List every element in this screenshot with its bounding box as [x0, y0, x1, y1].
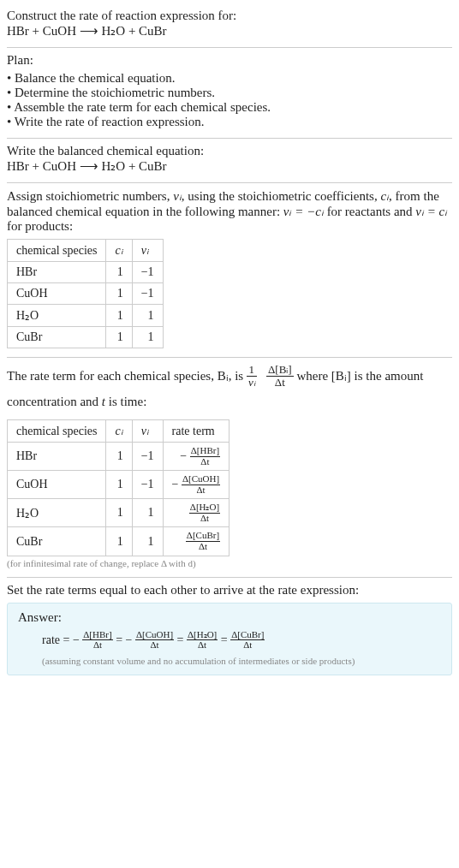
- sign: −: [126, 633, 135, 646]
- frac-bot: Δt: [82, 640, 112, 651]
- cell-nu: 1: [132, 527, 163, 556]
- answer-label: Answer:: [18, 610, 441, 625]
- col-rateterm: rate term: [163, 420, 230, 443]
- frac-bot: Δt: [187, 640, 218, 651]
- cell-ci: 1: [106, 527, 132, 556]
- cell-nu: 1: [132, 499, 163, 527]
- assign-section: Assign stoichiometric numbers, νᵢ, using…: [7, 183, 452, 357]
- col-nu: νᵢ: [132, 240, 163, 262]
- rate-frac: Δ[CuOH]Δt: [135, 630, 174, 651]
- cell-species: CuOH: [8, 471, 106, 499]
- cell-ci: 1: [106, 471, 132, 499]
- text: for products:: [7, 219, 73, 233]
- table-row: CuOH 1 −1 − Δ[CuOH]Δt: [8, 471, 230, 499]
- one-over-nu: 1 νᵢ: [247, 364, 257, 389]
- col-nu: νᵢ: [132, 420, 163, 443]
- frac-bot: Δt: [266, 377, 294, 389]
- equals: =: [116, 633, 125, 646]
- rateterm-note: (for infinitesimal rate of change, repla…: [7, 558, 452, 568]
- table-row: HBr 1 −1: [8, 262, 164, 283]
- equals: =: [221, 633, 230, 646]
- frac-top: 1: [247, 364, 257, 377]
- rate-frac: Δ[CuOH]Δt: [182, 474, 220, 495]
- col-species: chemical species: [8, 420, 106, 443]
- cell-species: HBr: [8, 262, 106, 283]
- cell-nu: −1: [132, 262, 163, 283]
- cell-rateterm: − Δ[CuOH]Δt: [163, 471, 230, 499]
- plan-list: Balance the chemical equation. Determine…: [7, 71, 452, 129]
- cell-ci: 1: [106, 443, 132, 471]
- cell-rateterm: Δ[H₂O]Δt: [163, 499, 230, 527]
- table-header-row: chemical species cᵢ νᵢ rate term: [8, 420, 230, 443]
- balanced-section: Write the balanced chemical equation: HB…: [7, 139, 452, 182]
- plan-section: Plan: Balance the chemical equation. Det…: [7, 48, 452, 138]
- balanced-heading: Write the balanced chemical equation:: [7, 144, 452, 158]
- rate-lhs: rate =: [42, 633, 73, 646]
- table-row: H₂O 1 1: [8, 305, 164, 327]
- cell-nu: −1: [132, 283, 163, 305]
- cell-species: CuBr: [8, 527, 106, 556]
- final-section: Set the rate terms equal to each other t…: [7, 578, 452, 684]
- frac-bot: Δt: [182, 485, 220, 496]
- text: , using the stoichiometric coefficients,: [182, 189, 381, 203]
- cell-species: H₂O: [8, 499, 106, 527]
- assign-text: Assign stoichiometric numbers, νᵢ, using…: [7, 188, 452, 234]
- rate-frac: Δ[CuBr]Δt: [230, 630, 265, 651]
- table-row: H₂O 1 1 Δ[H₂O]Δt: [8, 499, 230, 527]
- cell-species: CuOH: [8, 283, 106, 305]
- cell-ci: 1: [106, 327, 132, 348]
- cell-nu: 1: [132, 327, 163, 348]
- equals: =: [177, 633, 187, 646]
- cell-species: H₂O: [8, 305, 106, 327]
- text: for reactants and: [324, 205, 415, 218]
- text: Assign stoichiometric numbers,: [7, 189, 173, 203]
- cell-species: CuBr: [8, 327, 106, 348]
- plan-item: Balance the chemical equation.: [7, 71, 452, 86]
- answer-box: Answer: rate = − Δ[HBr]Δt = − Δ[CuOH]Δt …: [7, 603, 452, 675]
- delta-b-over-delta-t: Δ[Bᵢ] Δt: [266, 364, 294, 389]
- frac-bot: Δt: [190, 457, 220, 467]
- frac-bot: Δt: [189, 514, 220, 524]
- text: The rate term for each chemical species,…: [7, 369, 247, 383]
- answer-note: (assuming constant volume and no accumul…: [42, 656, 441, 666]
- nu-symbol: νᵢ: [173, 189, 182, 203]
- frac-top: Δ[HBr]: [190, 446, 220, 457]
- cell-rateterm: Δ[CuBr]Δt: [163, 527, 230, 556]
- rate-frac: Δ[HBr]Δt: [82, 630, 112, 651]
- frac-top: Δ[CuOH]: [182, 474, 220, 485]
- frac-bot: Δt: [186, 542, 220, 552]
- cell-ci: 1: [106, 283, 132, 305]
- rateterm-text: The rate term for each chemical species,…: [7, 363, 452, 414]
- intro-prompt: Construct the rate of reaction expressio…: [7, 9, 452, 23]
- sign: −: [73, 633, 82, 646]
- cell-ci: 1: [106, 305, 132, 327]
- ci-symbol: cᵢ: [380, 189, 389, 203]
- frac-bot: Δt: [135, 640, 174, 651]
- cell-rateterm: − Δ[HBr]Δt: [163, 443, 230, 471]
- table-row: HBr 1 −1 − Δ[HBr]Δt: [8, 443, 230, 471]
- rate-frac: Δ[H₂O]Δt: [189, 502, 220, 523]
- col-ci: cᵢ: [106, 240, 132, 262]
- cell-nu: −1: [132, 471, 163, 499]
- cell-ci: 1: [106, 499, 132, 527]
- stoich-table: chemical species cᵢ νᵢ HBr 1 −1 CuOH 1 −…: [7, 239, 164, 348]
- rate-frac: Δ[HBr]Δt: [190, 446, 220, 467]
- rate-frac: Δ[CuBr]Δt: [186, 531, 220, 551]
- cell-nu: −1: [132, 443, 163, 471]
- rate-frac: Δ[H₂O]Δt: [187, 630, 218, 651]
- relation-products: νᵢ = cᵢ: [415, 205, 447, 218]
- intro-section: Construct the rate of reaction expressio…: [7, 3, 452, 47]
- col-ci: cᵢ: [106, 420, 132, 443]
- plan-heading: Plan:: [7, 53, 452, 68]
- cell-nu: 1: [132, 305, 163, 327]
- rateterm-section: The rate term for each chemical species,…: [7, 358, 452, 577]
- table-header-row: chemical species cᵢ νᵢ: [8, 240, 164, 262]
- sign: −: [180, 449, 189, 462]
- text: is time:: [105, 395, 146, 409]
- rateterm-table: chemical species cᵢ νᵢ rate term HBr 1 −…: [7, 419, 230, 556]
- balanced-equation: HBr + CuOH ⟶ H₂O + CuBr: [7, 158, 452, 174]
- answer-equation: rate = − Δ[HBr]Δt = − Δ[CuOH]Δt = Δ[H₂O]…: [42, 630, 441, 651]
- relation-reactants: νᵢ = −cᵢ: [283, 205, 324, 218]
- sign: −: [172, 478, 182, 490]
- frac-bot: Δt: [230, 640, 265, 651]
